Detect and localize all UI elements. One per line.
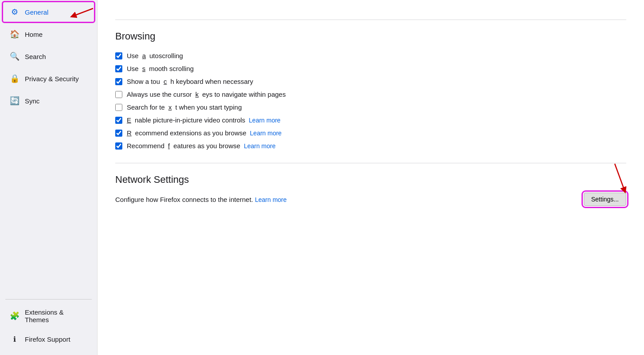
cursor-keys-label: Always use the cursor keys to navigate w…	[127, 91, 286, 98]
sync-icon: 🔄	[10, 96, 20, 106]
sidebar: ⚙ General 🏠 Home 🔍 Search 🔒 Privacy & Se…	[0, 0, 98, 355]
puzzle-icon: 🧩	[10, 311, 20, 321]
recommend-feat-label: Recommend features as you browse Learn m…	[127, 142, 276, 150]
network-divider	[115, 163, 626, 163]
sidebar-item-label: Extensions & Themes	[25, 308, 87, 323]
settings-button-wrapper: Settings...	[584, 193, 626, 206]
checkbox-row-cursor-keys: Always use the cursor keys to navigate w…	[115, 88, 626, 101]
smooth-scroll-label: Use smooth scrolling	[127, 65, 194, 72]
lock-icon: 🔒	[10, 74, 20, 83]
network-learn-more-link[interactable]: Learn more	[255, 196, 287, 203]
top-spacer	[115, 0, 626, 9]
checkbox-row-search-typing: Search for text when you start typing	[115, 101, 626, 114]
recommend-ext-learn-more-link[interactable]: Learn more	[250, 130, 282, 137]
touch-keyboard-checkbox[interactable]	[115, 78, 122, 85]
sidebar-item-label: Home	[25, 31, 43, 38]
sidebar-item-label: General	[25, 8, 48, 16]
sidebar-item-search[interactable]: 🔍 Search	[3, 46, 94, 67]
recommend-feat-checkbox[interactable]	[115, 142, 122, 150]
autoscroll-label: Use autoscrolling	[127, 52, 183, 59]
browsing-section: Browsing Use autoscrolling Use smooth sc…	[115, 31, 626, 152]
sidebar-item-label: Firefox Support	[25, 335, 70, 343]
search-typing-checkbox[interactable]	[115, 104, 122, 111]
underline-a: a	[142, 52, 146, 59]
settings-button[interactable]: Settings...	[584, 193, 626, 206]
sidebar-item-home[interactable]: 🏠 Home	[3, 24, 94, 44]
underline-c: c	[164, 78, 167, 85]
sidebar-item-label: Search	[25, 53, 46, 60]
search-typing-label: Search for text when you start typing	[127, 103, 242, 111]
sidebar-item-label: Sync	[25, 97, 39, 105]
underline-s: s	[142, 65, 146, 72]
sidebar-item-support[interactable]: ℹ Firefox Support	[3, 330, 94, 349]
network-settings-title: Network Settings	[115, 174, 626, 185]
sidebar-bottom: 🧩 Extensions & Themes ℹ Firefox Support	[0, 296, 97, 355]
recommend-ext-label: Recommend extensions as you browse Learn…	[127, 129, 281, 137]
network-row: Configure how Firefox connects to the in…	[115, 193, 626, 206]
cursor-keys-checkbox[interactable]	[115, 91, 122, 98]
recommend-feat-learn-more-link[interactable]: Learn more	[244, 142, 276, 150]
underline-f: f	[168, 142, 170, 150]
info-icon: ℹ	[10, 335, 20, 343]
underline-r: R	[127, 129, 132, 137]
network-settings-section: Network Settings Configure how Firefox c…	[115, 174, 626, 206]
main-content: Browsing Use autoscrolling Use smooth sc…	[98, 0, 644, 355]
pip-learn-more-link[interactable]: Learn more	[249, 117, 281, 124]
pip-checkbox[interactable]	[115, 117, 122, 124]
sidebar-item-privacy[interactable]: 🔒 Privacy & Security	[3, 68, 94, 89]
checkbox-row-recommend-ext: Recommend extensions as you browse Learn…	[115, 126, 626, 139]
autoscroll-checkbox[interactable]	[115, 52, 122, 59]
home-icon: 🏠	[10, 29, 20, 39]
sidebar-item-label: Privacy & Security	[25, 75, 79, 83]
browsing-title: Browsing	[115, 31, 626, 42]
checkbox-row-smooth-scroll: Use smooth scrolling	[115, 62, 626, 75]
sidebar-divider	[5, 299, 92, 300]
checkbox-row-pip: Enable picture-in-picture video controls…	[115, 114, 626, 126]
sidebar-item-sync[interactable]: 🔄 Sync	[3, 91, 94, 111]
checkbox-row-autoscroll: Use autoscrolling	[115, 49, 626, 62]
underline-k: k	[195, 91, 199, 98]
network-desc-text: Configure how Firefox connects to the in…	[115, 196, 253, 203]
underline-x: x	[168, 103, 172, 111]
underline-e: E	[127, 116, 131, 124]
sidebar-item-extensions[interactable]: 🧩 Extensions & Themes	[3, 303, 94, 329]
checkbox-row-recommend-feat: Recommend features as you browse Learn m…	[115, 139, 626, 152]
network-description: Configure how Firefox connects to the in…	[115, 196, 287, 203]
top-divider	[115, 20, 626, 20]
touch-keyboard-label: Show a touch keyboard when necessary	[127, 78, 253, 85]
smooth-scroll-checkbox[interactable]	[115, 65, 122, 72]
gear-icon: ⚙	[10, 7, 20, 17]
pip-label: Enable picture-in-picture video controls…	[127, 116, 281, 124]
sidebar-item-general[interactable]: ⚙ General	[3, 2, 94, 22]
checkbox-row-touch-keyboard: Show a touch keyboard when necessary	[115, 75, 626, 88]
recommend-ext-checkbox[interactable]	[115, 130, 122, 137]
search-icon: 🔍	[10, 51, 20, 61]
